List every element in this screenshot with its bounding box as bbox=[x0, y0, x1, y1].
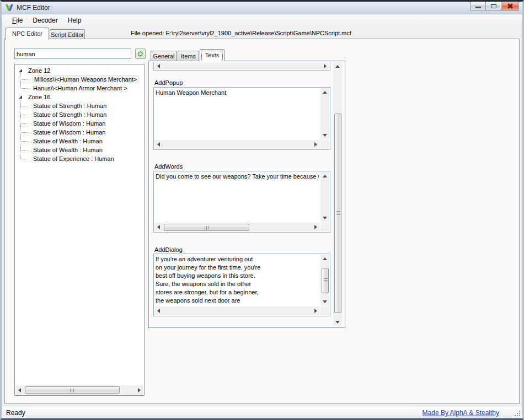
tree-item[interactable]: Statue of Strength : Human bbox=[15, 110, 144, 119]
tree-item-label: Milloss\\<Human Weapons Merchant> bbox=[33, 76, 138, 83]
texts-panel: AddPopup Human Weapon Merchant AddWords … bbox=[148, 61, 345, 328]
sparkle-icon bbox=[137, 51, 143, 57]
scroll-left-icon[interactable] bbox=[157, 309, 160, 313]
close-button[interactable] bbox=[501, 2, 519, 11]
scroll-down-icon[interactable] bbox=[323, 300, 327, 303]
horizontal-scrollbar[interactable] bbox=[154, 223, 320, 231]
main-tabstrip: NPC Editor Script Editor File opened: E:… bbox=[2, 26, 522, 39]
scroll-left-icon[interactable] bbox=[157, 225, 160, 229]
minimize-button[interactable] bbox=[470, 2, 486, 11]
app-icon bbox=[5, 3, 14, 12]
tree-item[interactable]: Statue of Wealth : Human bbox=[15, 146, 144, 154]
tab-texts[interactable]: Texts bbox=[200, 49, 224, 61]
minimize-icon bbox=[475, 7, 481, 8]
scrollbar-thumb[interactable] bbox=[164, 224, 249, 231]
status-text: Ready bbox=[6, 409, 25, 417]
menu-file[interactable]: File bbox=[7, 15, 28, 26]
search-button[interactable] bbox=[135, 49, 146, 59]
npc-editor-page: Zone 12 Milloss\\<Human Weapons Merchant… bbox=[4, 39, 520, 404]
tree-item[interactable]: Milloss\\<Human Weapons Merchant> bbox=[15, 75, 144, 84]
tree-item[interactable]: Hanus\\<Human Armor Merchant > bbox=[15, 84, 144, 93]
tree-node-label: Zone 16 bbox=[28, 94, 50, 100]
scrollbar-corner bbox=[320, 223, 329, 231]
tree-item[interactable]: Statue of Experience : Human bbox=[15, 154, 144, 163]
clipped-textarea-bottom bbox=[153, 62, 330, 71]
panel-vertical-scrollbar[interactable] bbox=[333, 62, 342, 326]
scroll-up-icon[interactable] bbox=[323, 175, 327, 177]
menu-file-rest: ile bbox=[16, 17, 23, 24]
window-controls bbox=[470, 2, 519, 11]
tree-item[interactable]: Statue of Strength : Human bbox=[15, 101, 144, 110]
tree-node-label: Zone 12 bbox=[28, 67, 50, 74]
tree-node-zone12[interactable]: Zone 12 bbox=[15, 66, 144, 75]
addpopup-label: AddPopup bbox=[154, 79, 183, 86]
scrollbar-thumb[interactable] bbox=[25, 386, 120, 394]
tree-item-label: Statue of Experience : Human bbox=[33, 155, 114, 162]
app-window: MCF Editor File Decoder Help NPC Editor … bbox=[0, 0, 524, 420]
tab-general[interactable]: General bbox=[151, 51, 177, 61]
window-title: MCF Editor bbox=[17, 4, 50, 12]
addwords-text[interactable]: Did you come to see our weapons? Take yo… bbox=[156, 173, 319, 222]
scroll-right-icon[interactable] bbox=[314, 142, 317, 147]
vertical-scrollbar[interactable] bbox=[320, 172, 329, 222]
addwords-label: AddWords bbox=[154, 163, 183, 170]
addwords-textarea[interactable]: Did you come to see our weapons? Take yo… bbox=[153, 171, 330, 233]
tree-item-label: Hanus\\<Human Armor Merchant > bbox=[33, 85, 127, 91]
addpopup-textarea[interactable]: Human Weapon Merchant bbox=[153, 87, 330, 150]
scroll-up-icon[interactable] bbox=[335, 65, 340, 68]
tree-item[interactable]: Statue of Wisdom : Human bbox=[15, 128, 144, 137]
search-input[interactable] bbox=[14, 49, 131, 59]
close-icon bbox=[507, 3, 513, 9]
scroll-right-icon[interactable] bbox=[324, 64, 327, 68]
menu-help[interactable]: Help bbox=[63, 15, 87, 26]
menubar: File Decoder Help bbox=[2, 14, 522, 26]
vertical-scrollbar[interactable] bbox=[320, 255, 329, 306]
tree-item-label: Statue of Wisdom : Human bbox=[33, 120, 105, 127]
scroll-left-icon[interactable] bbox=[157, 142, 160, 147]
tree-item-label: Statue of Wealth : Human bbox=[33, 147, 103, 153]
scrollbar-thumb[interactable] bbox=[334, 114, 341, 313]
adddialog-text[interactable]: If you're an adventurer venturing out on… bbox=[156, 255, 319, 305]
scroll-down-icon[interactable] bbox=[323, 134, 327, 137]
scrollbar-thumb[interactable] bbox=[322, 268, 329, 293]
maximize-icon bbox=[491, 4, 496, 8]
scroll-up-icon[interactable] bbox=[323, 257, 327, 260]
resize-grip-icon[interactable] bbox=[515, 411, 520, 416]
scroll-down-icon[interactable] bbox=[335, 321, 340, 324]
scroll-up-icon[interactable] bbox=[323, 91, 327, 94]
tab-npc-editor[interactable]: NPC Editor bbox=[6, 28, 49, 40]
adddialog-label: AddDialog bbox=[154, 246, 183, 253]
tree-item-label: Statue of Strength : Human bbox=[33, 111, 106, 118]
horizontal-scrollbar[interactable] bbox=[154, 140, 320, 149]
tree-item-label: Statue of Wealth : Human bbox=[33, 138, 103, 144]
tree-item[interactable]: Statue of Wealth : Human bbox=[15, 137, 144, 146]
tree-item[interactable]: Statue of Wisdom : Human bbox=[15, 119, 144, 128]
maximize-button[interactable] bbox=[485, 2, 501, 11]
tree-node-zone16[interactable]: Zone 16 bbox=[15, 93, 144, 101]
scrollbar-corner bbox=[320, 306, 329, 315]
file-opened-text: File opened: E:\ryl2server\vryl2_1900_ac… bbox=[131, 30, 351, 36]
statusbar: Ready Made By AlphA & Stealthy bbox=[2, 406, 522, 418]
scroll-right-icon[interactable] bbox=[314, 309, 317, 313]
scroll-right-icon[interactable] bbox=[138, 388, 141, 392]
horizontal-scrollbar[interactable] bbox=[154, 306, 320, 315]
scroll-left-icon[interactable] bbox=[157, 64, 160, 68]
scroll-right-icon[interactable] bbox=[314, 225, 317, 229]
clipped-horizontal-scrollbar[interactable] bbox=[154, 63, 329, 69]
tree-item-label: Statue of Wisdom : Human bbox=[33, 129, 105, 136]
scroll-left-icon[interactable] bbox=[18, 388, 21, 392]
tree-horizontal-scrollbar[interactable] bbox=[15, 385, 143, 395]
vertical-scrollbar[interactable] bbox=[320, 88, 329, 139]
tree-item-label: Statue of Strength : Human bbox=[33, 103, 106, 109]
credit-link[interactable]: Made By AlphA & Stealthy bbox=[423, 409, 499, 417]
titlebar: MCF Editor bbox=[2, 2, 522, 14]
addpopup-text[interactable]: Human Weapon Merchant bbox=[156, 89, 319, 139]
scroll-down-icon[interactable] bbox=[323, 217, 327, 219]
npc-tree: Zone 12 Milloss\\<Human Weapons Merchant… bbox=[14, 64, 145, 396]
adddialog-textarea[interactable]: If you're an adventurer venturing out on… bbox=[153, 254, 330, 316]
menu-decoder[interactable]: Decoder bbox=[28, 15, 62, 26]
scrollbar-corner bbox=[320, 140, 329, 149]
tab-items[interactable]: Items bbox=[178, 51, 199, 61]
